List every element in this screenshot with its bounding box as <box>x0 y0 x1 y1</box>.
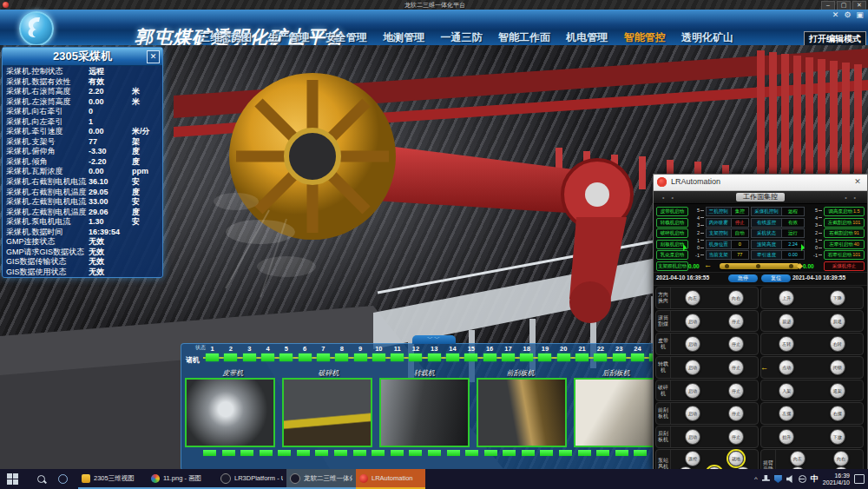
round-button-启动[interactable]: 启动 <box>685 360 700 375</box>
search-icon[interactable] <box>37 475 46 484</box>
taskbar-task[interactable]: 11.png - 画图 <box>148 469 217 489</box>
round-button-右摆[interactable]: 右摆 <box>830 406 845 421</box>
channel-18[interactable]: 18 <box>517 345 536 361</box>
round-button-向右[interactable]: 向右 <box>728 290 744 306</box>
start-button[interactable] <box>7 473 18 485</box>
round-button-下降[interactable]: 下降 <box>830 290 845 306</box>
tray-expand-icon[interactable]: ^ <box>754 475 758 483</box>
round-button-启动[interactable]: 启动 <box>685 314 700 329</box>
taskbar-task[interactable]: 2305三维视图 <box>78 469 148 489</box>
nav-item-地测管理[interactable]: 地测管理 <box>383 30 424 45</box>
channel-21[interactable]: 21 <box>573 345 591 361</box>
channel-17[interactable]: 17 <box>499 345 517 361</box>
round-button-启动[interactable]: 启动 <box>685 406 700 421</box>
tools-icon[interactable]: ✕ <box>831 10 840 19</box>
round-button-停止[interactable]: 停止 <box>728 336 744 352</box>
auto-start-button[interactable]: 皮带机启动 <box>656 207 688 216</box>
camera-panel-collapse-tab[interactable]: ﹀﹀ <box>412 335 456 344</box>
round-button-左摆[interactable]: 左摆 <box>779 406 794 421</box>
round-button-就地[interactable]: 就地 <box>728 451 744 466</box>
estop-button[interactable]: 急停 <box>728 274 758 282</box>
channel-15[interactable]: 15 <box>462 345 480 361</box>
auto-motor-button[interactable]: 左牵引启动40 <box>824 240 865 249</box>
round-button-闭锁[interactable]: 闭锁 <box>830 360 845 375</box>
camera-thumbnail-破碎机[interactable] <box>282 378 372 447</box>
usb-icon[interactable] <box>762 475 770 483</box>
round-button-右转[interactable]: 右转 <box>830 336 845 352</box>
shearer-panel-header[interactable]: 2305采煤机 ✕ <box>3 48 162 66</box>
shearer-close-icon[interactable]: ✕ <box>147 50 160 63</box>
channel-2[interactable]: 2 <box>221 345 240 361</box>
round-button-点动[interactable]: 点动 <box>779 360 794 375</box>
nav-item-安全管理[interactable]: 安全管理 <box>326 30 367 45</box>
channel-6[interactable]: 6 <box>295 345 313 361</box>
channel-12[interactable]: 12 <box>406 345 424 361</box>
auto-motor-button[interactable]: 右牵引启动101 <box>824 250 865 260</box>
round-button-左转[interactable]: 左转 <box>779 336 794 352</box>
round-button-前进[interactable]: 前进 <box>779 314 794 329</box>
channel-20[interactable]: 20 <box>555 345 573 361</box>
round-button-停止[interactable]: 停止 <box>728 360 744 375</box>
ime-indicator[interactable]: 中 <box>811 473 819 485</box>
round-button-向左[interactable]: 向左 <box>685 290 700 306</box>
channel-23[interactable]: 23 <box>610 345 628 361</box>
open-edit-mode-button[interactable]: 打开编辑模式 <box>804 31 866 46</box>
round-button-启动[interactable]: 启动 <box>685 336 700 352</box>
channel-9[interactable]: 9 <box>351 345 369 361</box>
channel-16[interactable]: 16 <box>480 345 498 361</box>
security-shield-icon[interactable] <box>774 475 782 483</box>
round-button-后退[interactable]: 后退 <box>830 314 845 329</box>
pin-icon[interactable]: ▣ <box>855 10 865 19</box>
camera-thumbnail-转载机[interactable] <box>379 378 470 447</box>
notification-center-icon[interactable] <box>854 474 865 484</box>
round-button-入架[interactable]: 入架 <box>779 383 794 399</box>
channel-8[interactable]: 8 <box>332 345 351 361</box>
round-button-停止[interactable]: 停止 <box>728 406 744 421</box>
round-button-退架[interactable]: 退架 <box>830 383 845 399</box>
round-button-停止[interactable]: 停止 <box>728 429 744 445</box>
nav-item-透明化矿山[interactable]: 透明化矿山 <box>681 30 733 45</box>
round-button-向左[interactable]: 向左 <box>790 451 806 466</box>
camera-thumbnail-后刮板机[interactable] <box>574 378 664 447</box>
channel-19[interactable]: 19 <box>536 345 554 361</box>
cortana-icon[interactable] <box>58 474 68 484</box>
channel-3[interactable]: 3 <box>240 345 259 361</box>
nav-item-智能工作面[interactable]: 智能工作面 <box>498 30 550 45</box>
taskbar-task[interactable]: LRAutomation <box>356 469 425 489</box>
channel-13[interactable]: 13 <box>425 345 444 361</box>
round-button-上升[interactable]: 上升 <box>779 290 794 306</box>
round-button-启动[interactable]: 启动 <box>685 429 700 445</box>
nav-item-三维态势图[interactable]: 三维态势图 <box>200 30 252 45</box>
camera-thumbnail-皮带机[interactable] <box>185 378 275 447</box>
round-button-下放[interactable]: 下放 <box>830 429 845 445</box>
auto-start-button[interactable]: 破碎机启动 <box>656 228 688 238</box>
round-button-抬升[interactable]: 抬升 <box>779 429 794 445</box>
auto-motor-button[interactable]: 左截割启动101 <box>824 218 865 228</box>
camera-thumbnail-前刮板机[interactable] <box>477 378 567 447</box>
reset-button[interactable]: 复位 <box>761 274 791 282</box>
workface-control-tab[interactable]: 工作面集控 <box>736 193 785 202</box>
round-button-向右[interactable]: 向右 <box>833 451 849 466</box>
gear-icon[interactable]: ⚙ <box>843 10 852 19</box>
round-button-遥控[interactable]: 遥控 <box>685 451 700 466</box>
auto-start-button[interactable]: 转载机启动 <box>656 218 688 228</box>
auto-start-button[interactable]: 乳化泵启动 <box>656 250 688 260</box>
nav-item-机电管理[interactable]: 机电管理 <box>566 30 608 45</box>
nav-item-智能管控[interactable]: 智能管控 <box>624 30 666 45</box>
round-button-停止[interactable]: 停止 <box>728 383 744 399</box>
taskbar-task[interactable]: 龙软二三维一体化... <box>286 469 356 489</box>
auto-motor-button[interactable]: 右截割启动91 <box>824 228 865 238</box>
network-icon[interactable] <box>799 475 806 483</box>
channel-1[interactable]: 1 <box>203 345 221 361</box>
channel-14[interactable]: 14 <box>444 345 462 361</box>
lrautomation-titlebar[interactable]: LRAutomation ✕ <box>654 175 867 191</box>
channel-4[interactable]: 4 <box>259 345 277 361</box>
channel-5[interactable]: 5 <box>277 345 295 361</box>
channel-22[interactable]: 22 <box>591 345 609 361</box>
auto-motor-button[interactable]: 调高泵启动1.5 <box>824 207 865 216</box>
channel-11[interactable]: 11 <box>388 345 406 361</box>
volume-icon[interactable] <box>786 475 794 483</box>
channel-10[interactable]: 10 <box>370 345 388 361</box>
clock[interactable]: 16:39 2021/4/10 <box>823 472 850 486</box>
nav-item-一通三防[interactable]: 一通三防 <box>441 30 483 45</box>
